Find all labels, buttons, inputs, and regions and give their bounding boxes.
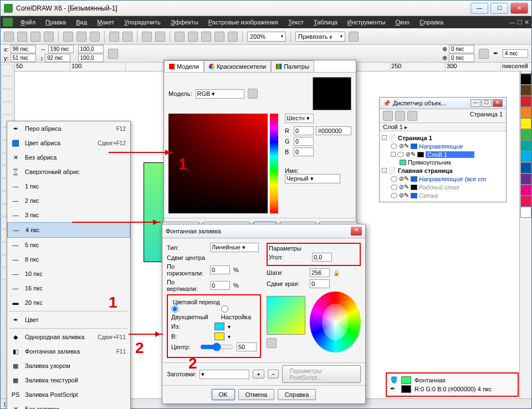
color-name-combo[interactable]: Черный ▾	[285, 174, 340, 183]
hex-mode[interactable]: Шестн ▾	[285, 114, 314, 123]
preset-combo[interactable]: ▾	[200, 370, 249, 379]
sy-field[interactable]: 100,0	[78, 54, 104, 62]
mi-10px[interactable]: —10 пкс	[7, 267, 130, 281]
hue-bar[interactable]	[270, 114, 278, 213]
t2-icon[interactable]	[188, 32, 198, 42]
redo-icon[interactable]	[122, 32, 132, 42]
mi-8px[interactable]: —8 пкс	[7, 252, 130, 267]
mi-outline-pen[interactable]: ✒Перо абрисаF12	[7, 121, 130, 136]
shape-tool[interactable]	[1, 76, 13, 89]
mid-slider[interactable]	[200, 342, 233, 351]
from-color[interactable]	[214, 323, 224, 330]
edge-field[interactable]	[310, 279, 330, 288]
h-field[interactable]: 92 пкс	[45, 54, 70, 62]
maximize-button[interactable]: ☐	[490, 3, 508, 14]
swatch[interactable]	[520, 85, 531, 96]
menu-tools[interactable]: Инструменты	[343, 17, 390, 27]
save-icon[interactable]	[30, 32, 40, 42]
swatch[interactable]	[520, 185, 531, 196]
menu-edit[interactable]: Правка	[41, 17, 70, 27]
menu-table[interactable]: Таблица	[309, 17, 342, 27]
crop-tool[interactable]	[1, 89, 13, 101]
ff-cancel-button[interactable]: Отмена	[238, 389, 274, 400]
menu-effects[interactable]: Эффекты	[166, 17, 203, 27]
eyedropper-icon[interactable]	[248, 89, 258, 99]
b-field[interactable]	[294, 147, 314, 156]
t3-icon[interactable]	[201, 32, 211, 42]
mi-fountain-fill[interactable]: ◧Фонтачная заливкаF11	[7, 344, 130, 359]
export-icon[interactable]	[155, 32, 165, 42]
swatch[interactable]	[520, 74, 531, 85]
tree-layer1[interactable]: -⊘✎Слой 1	[391, 150, 504, 159]
swatch[interactable]	[520, 196, 531, 207]
swatch[interactable]	[520, 140, 531, 151]
tree-page1[interactable]: -📄 Страница 1	[382, 134, 504, 142]
docker-pin-icon[interactable]: 📌	[383, 100, 391, 107]
paste-icon[interactable]	[90, 32, 100, 42]
mi-no-fill[interactable]: ✕Без заливки	[7, 402, 130, 409]
fill-swatch[interactable]	[401, 376, 411, 384]
lock-icon[interactable]	[108, 49, 118, 59]
mi-uniform-fill[interactable]: ◆Однородная заливкаСдвиг+F11	[7, 330, 130, 344]
x-field[interactable]: 98 пкс	[11, 45, 36, 53]
swatch[interactable]	[520, 96, 531, 107]
mi-5px[interactable]: —5 пкс	[7, 238, 130, 252]
open-icon[interactable]	[17, 32, 27, 42]
new-icon[interactable]	[4, 32, 14, 42]
dock-ico3[interactable]	[407, 111, 417, 121]
mi-texture-fill[interactable]: ▩Заливка текстурой	[7, 373, 130, 387]
w-field[interactable]: 190 пкс	[48, 45, 74, 53]
custom-radio[interactable]: Настройка	[221, 305, 257, 320]
swatch[interactable]	[520, 118, 531, 129]
t1-icon[interactable]	[175, 32, 185, 42]
docker-close[interactable]: ✕	[493, 99, 503, 107]
to-color[interactable]	[214, 333, 224, 340]
tree-guides[interactable]: ⊘✎Направляющие	[391, 142, 504, 150]
color-wheel[interactable]	[310, 292, 361, 352]
mi-color-dialog[interactable]: ✒Цвет	[7, 313, 130, 327]
menu-text[interactable]: Текст	[284, 17, 308, 27]
mi-3px[interactable]: —3 пкс	[7, 208, 130, 222]
mid-field[interactable]	[237, 342, 257, 351]
menu-view[interactable]: Вид	[71, 17, 91, 27]
zoom-tool[interactable]	[1, 102, 13, 114]
menu-layout[interactable]: Макет	[93, 17, 119, 27]
y-field[interactable]: 51 пкс	[11, 54, 36, 62]
type-combo[interactable]: Линейные ▾	[210, 243, 259, 252]
tab-mixers[interactable]: Краскосмесители	[204, 60, 271, 72]
pick-tool[interactable]	[1, 64, 13, 76]
mi-2px[interactable]: —2 пкс	[7, 193, 130, 208]
menu-help[interactable]: Справка	[415, 17, 448, 27]
mdi-buttons[interactable]: — ☐ ✕	[509, 19, 529, 26]
minimize-button[interactable]: —	[470, 3, 488, 14]
preset-del[interactable]: −	[268, 370, 279, 379]
mi-1px[interactable]: —1 пкс	[7, 179, 130, 193]
mi-hairline[interactable]: ⌛Сверхтонкий абрис	[7, 165, 130, 179]
menu-file[interactable]: Файл	[16, 17, 40, 27]
tab-models[interactable]: Модели	[164, 60, 204, 72]
py-field[interactable]: 0 пкс	[449, 54, 474, 62]
angle-field[interactable]	[312, 253, 332, 262]
outline-swatch[interactable]	[401, 385, 411, 393]
menu-arrange[interactable]: Упорядочить	[120, 17, 165, 27]
dock-ico1[interactable]	[383, 111, 393, 121]
zoom-combo[interactable]: 200%	[247, 32, 286, 42]
copy-icon[interactable]	[76, 32, 86, 42]
model-combo[interactable]: RGB ▾	[196, 89, 244, 99]
tree-mguides[interactable]: ⊘✎Направляющие (все ст	[391, 175, 504, 183]
docker-max[interactable]: ☐	[482, 99, 492, 107]
tree-rect[interactable]: Прямоугольник	[400, 159, 504, 166]
snap-combo[interactable]: Привязать к	[295, 32, 345, 42]
ff-ok-button[interactable]: OK	[212, 389, 235, 400]
tree-grid[interactable]: ⊘✎Сетка	[391, 191, 504, 200]
mi-outline-color[interactable]: 🟦Цвет абрисаСдвиг+F12	[7, 136, 130, 150]
ff-close-button[interactable]: ✕	[351, 227, 362, 236]
mi-4px[interactable]: —4 пкс	[7, 222, 130, 238]
ff-help-button[interactable]: Справка	[278, 389, 316, 400]
tree-desktop[interactable]: ⊘✎Рабочий стол	[391, 183, 504, 191]
g-field[interactable]	[294, 137, 314, 146]
print-icon[interactable]	[44, 32, 54, 42]
sx-field[interactable]: 100,0	[78, 45, 104, 53]
corner-icon[interactable]	[479, 49, 489, 59]
import-icon[interactable]	[142, 32, 152, 42]
